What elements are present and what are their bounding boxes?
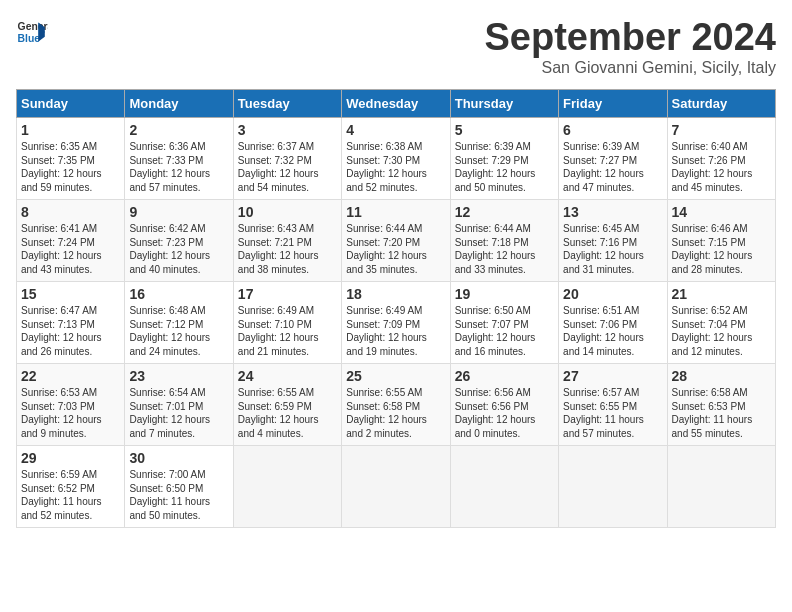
day-number: 14 [672, 204, 771, 220]
cell-info: Sunrise: 6:58 AM Sunset: 6:53 PM Dayligh… [672, 386, 771, 440]
calendar-cell: 12Sunrise: 6:44 AM Sunset: 7:18 PM Dayli… [450, 200, 558, 282]
calendar-cell: 22Sunrise: 6:53 AM Sunset: 7:03 PM Dayli… [17, 364, 125, 446]
day-number: 19 [455, 286, 554, 302]
calendar-cell: 10Sunrise: 6:43 AM Sunset: 7:21 PM Dayli… [233, 200, 341, 282]
day-number: 18 [346, 286, 445, 302]
cell-info: Sunrise: 6:49 AM Sunset: 7:10 PM Dayligh… [238, 304, 337, 358]
col-header-wednesday: Wednesday [342, 90, 450, 118]
day-number: 20 [563, 286, 662, 302]
cell-info: Sunrise: 6:40 AM Sunset: 7:26 PM Dayligh… [672, 140, 771, 194]
cell-info: Sunrise: 6:44 AM Sunset: 7:20 PM Dayligh… [346, 222, 445, 276]
calendar-cell [342, 446, 450, 528]
calendar-cell: 4Sunrise: 6:38 AM Sunset: 7:30 PM Daylig… [342, 118, 450, 200]
day-number: 10 [238, 204, 337, 220]
cell-info: Sunrise: 6:37 AM Sunset: 7:32 PM Dayligh… [238, 140, 337, 194]
calendar-cell: 27Sunrise: 6:57 AM Sunset: 6:55 PM Dayli… [559, 364, 667, 446]
day-number: 24 [238, 368, 337, 384]
calendar-cell: 25Sunrise: 6:55 AM Sunset: 6:58 PM Dayli… [342, 364, 450, 446]
cell-info: Sunrise: 6:36 AM Sunset: 7:33 PM Dayligh… [129, 140, 228, 194]
day-number: 1 [21, 122, 120, 138]
cell-info: Sunrise: 6:52 AM Sunset: 7:04 PM Dayligh… [672, 304, 771, 358]
calendar-cell [667, 446, 775, 528]
calendar-cell: 23Sunrise: 6:54 AM Sunset: 7:01 PM Dayli… [125, 364, 233, 446]
cell-info: Sunrise: 6:39 AM Sunset: 7:27 PM Dayligh… [563, 140, 662, 194]
calendar-cell [450, 446, 558, 528]
calendar-cell: 26Sunrise: 6:56 AM Sunset: 6:56 PM Dayli… [450, 364, 558, 446]
calendar-cell: 19Sunrise: 6:50 AM Sunset: 7:07 PM Dayli… [450, 282, 558, 364]
calendar-cell: 28Sunrise: 6:58 AM Sunset: 6:53 PM Dayli… [667, 364, 775, 446]
cell-info: Sunrise: 6:53 AM Sunset: 7:03 PM Dayligh… [21, 386, 120, 440]
calendar-cell: 20Sunrise: 6:51 AM Sunset: 7:06 PM Dayli… [559, 282, 667, 364]
calendar-cell: 2Sunrise: 6:36 AM Sunset: 7:33 PM Daylig… [125, 118, 233, 200]
col-header-saturday: Saturday [667, 90, 775, 118]
day-number: 23 [129, 368, 228, 384]
day-number: 26 [455, 368, 554, 384]
col-header-tuesday: Tuesday [233, 90, 341, 118]
cell-info: Sunrise: 6:46 AM Sunset: 7:15 PM Dayligh… [672, 222, 771, 276]
cell-info: Sunrise: 6:39 AM Sunset: 7:29 PM Dayligh… [455, 140, 554, 194]
calendar-cell [233, 446, 341, 528]
cell-info: Sunrise: 6:59 AM Sunset: 6:52 PM Dayligh… [21, 468, 120, 522]
day-number: 27 [563, 368, 662, 384]
day-number: 29 [21, 450, 120, 466]
month-title: September 2024 [485, 16, 777, 59]
calendar-cell: 14Sunrise: 6:46 AM Sunset: 7:15 PM Dayli… [667, 200, 775, 282]
calendar-cell: 7Sunrise: 6:40 AM Sunset: 7:26 PM Daylig… [667, 118, 775, 200]
calendar-cell: 1Sunrise: 6:35 AM Sunset: 7:35 PM Daylig… [17, 118, 125, 200]
calendar-cell: 29Sunrise: 6:59 AM Sunset: 6:52 PM Dayli… [17, 446, 125, 528]
day-number: 15 [21, 286, 120, 302]
calendar-cell: 6Sunrise: 6:39 AM Sunset: 7:27 PM Daylig… [559, 118, 667, 200]
logo: General Blue [16, 16, 48, 48]
calendar-cell: 13Sunrise: 6:45 AM Sunset: 7:16 PM Dayli… [559, 200, 667, 282]
cell-info: Sunrise: 7:00 AM Sunset: 6:50 PM Dayligh… [129, 468, 228, 522]
day-number: 13 [563, 204, 662, 220]
day-number: 9 [129, 204, 228, 220]
cell-info: Sunrise: 6:35 AM Sunset: 7:35 PM Dayligh… [21, 140, 120, 194]
day-number: 21 [672, 286, 771, 302]
svg-text:Blue: Blue [18, 33, 41, 44]
cell-info: Sunrise: 6:57 AM Sunset: 6:55 PM Dayligh… [563, 386, 662, 440]
calendar-cell: 15Sunrise: 6:47 AM Sunset: 7:13 PM Dayli… [17, 282, 125, 364]
day-number: 3 [238, 122, 337, 138]
calendar-cell: 30Sunrise: 7:00 AM Sunset: 6:50 PM Dayli… [125, 446, 233, 528]
cell-info: Sunrise: 6:51 AM Sunset: 7:06 PM Dayligh… [563, 304, 662, 358]
day-number: 17 [238, 286, 337, 302]
logo-icon: General Blue [16, 16, 48, 48]
day-number: 2 [129, 122, 228, 138]
calendar-cell: 17Sunrise: 6:49 AM Sunset: 7:10 PM Dayli… [233, 282, 341, 364]
cell-info: Sunrise: 6:48 AM Sunset: 7:12 PM Dayligh… [129, 304, 228, 358]
calendar-cell: 5Sunrise: 6:39 AM Sunset: 7:29 PM Daylig… [450, 118, 558, 200]
cell-info: Sunrise: 6:44 AM Sunset: 7:18 PM Dayligh… [455, 222, 554, 276]
col-header-thursday: Thursday [450, 90, 558, 118]
col-header-friday: Friday [559, 90, 667, 118]
calendar-cell: 8Sunrise: 6:41 AM Sunset: 7:24 PM Daylig… [17, 200, 125, 282]
day-number: 30 [129, 450, 228, 466]
calendar-table: SundayMondayTuesdayWednesdayThursdayFrid… [16, 89, 776, 528]
page-header: General Blue September 2024 San Giovanni… [16, 16, 776, 77]
day-number: 22 [21, 368, 120, 384]
calendar-cell: 3Sunrise: 6:37 AM Sunset: 7:32 PM Daylig… [233, 118, 341, 200]
cell-info: Sunrise: 6:38 AM Sunset: 7:30 PM Dayligh… [346, 140, 445, 194]
day-number: 4 [346, 122, 445, 138]
col-header-sunday: Sunday [17, 90, 125, 118]
cell-info: Sunrise: 6:49 AM Sunset: 7:09 PM Dayligh… [346, 304, 445, 358]
day-number: 28 [672, 368, 771, 384]
day-number: 5 [455, 122, 554, 138]
cell-info: Sunrise: 6:54 AM Sunset: 7:01 PM Dayligh… [129, 386, 228, 440]
cell-info: Sunrise: 6:42 AM Sunset: 7:23 PM Dayligh… [129, 222, 228, 276]
calendar-cell: 24Sunrise: 6:55 AM Sunset: 6:59 PM Dayli… [233, 364, 341, 446]
day-number: 8 [21, 204, 120, 220]
calendar-cell: 21Sunrise: 6:52 AM Sunset: 7:04 PM Dayli… [667, 282, 775, 364]
cell-info: Sunrise: 6:45 AM Sunset: 7:16 PM Dayligh… [563, 222, 662, 276]
day-number: 12 [455, 204, 554, 220]
day-number: 7 [672, 122, 771, 138]
title-block: September 2024 San Giovanni Gemini, Sici… [485, 16, 777, 77]
location-subtitle: San Giovanni Gemini, Sicily, Italy [485, 59, 777, 77]
cell-info: Sunrise: 6:55 AM Sunset: 6:58 PM Dayligh… [346, 386, 445, 440]
calendar-cell: 9Sunrise: 6:42 AM Sunset: 7:23 PM Daylig… [125, 200, 233, 282]
col-header-monday: Monday [125, 90, 233, 118]
cell-info: Sunrise: 6:47 AM Sunset: 7:13 PM Dayligh… [21, 304, 120, 358]
cell-info: Sunrise: 6:56 AM Sunset: 6:56 PM Dayligh… [455, 386, 554, 440]
cell-info: Sunrise: 6:55 AM Sunset: 6:59 PM Dayligh… [238, 386, 337, 440]
calendar-cell: 11Sunrise: 6:44 AM Sunset: 7:20 PM Dayli… [342, 200, 450, 282]
